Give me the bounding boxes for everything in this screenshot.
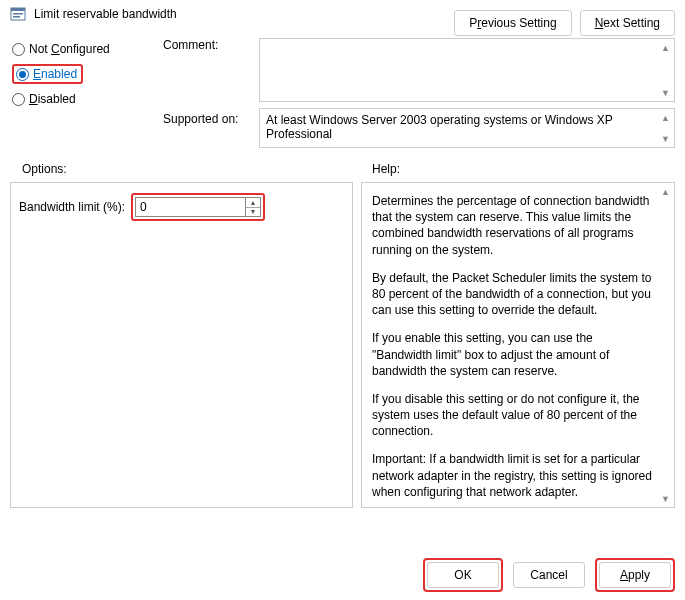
- help-text: Determines the percentage of connection …: [362, 183, 674, 507]
- policy-icon: [10, 6, 26, 22]
- help-section-label: Help:: [372, 162, 400, 176]
- radio-enabled[interactable]: Enabled: [12, 64, 83, 84]
- apply-button[interactable]: Apply: [599, 562, 671, 588]
- bandwidth-limit-input[interactable]: [135, 197, 245, 217]
- options-section-label: Options:: [22, 162, 372, 176]
- apply-button-highlight: Apply: [595, 558, 675, 592]
- bandwidth-limit-highlight: ▲ ▼: [131, 193, 265, 221]
- comment-label: Comment:: [163, 38, 253, 52]
- radio-disabled[interactable]: Disabled: [12, 88, 157, 110]
- help-pane: Determines the percentage of connection …: [361, 182, 675, 508]
- scroll-up-icon[interactable]: ▲: [657, 39, 674, 56]
- dialog-footer: OK Cancel Apply: [423, 558, 675, 592]
- svg-rect-2: [13, 13, 23, 15]
- previous-setting-button[interactable]: Previous Setting: [454, 10, 571, 36]
- scroll-down-icon[interactable]: ▼: [657, 490, 674, 507]
- ok-button[interactable]: OK: [427, 562, 499, 588]
- window-title: Limit reservable bandwidth: [34, 7, 177, 21]
- spinner-buttons: ▲ ▼: [245, 197, 261, 217]
- scroll-down-icon[interactable]: ▼: [657, 130, 674, 147]
- supported-on-box: At least Windows Server 2003 operating s…: [259, 108, 675, 148]
- comment-textarea[interactable]: ▲ ▼: [259, 38, 675, 102]
- policy-dialog: Limit reservable bandwidth Previous Sett…: [0, 0, 685, 600]
- next-setting-button[interactable]: Next Setting: [580, 10, 675, 36]
- svg-rect-1: [11, 8, 25, 11]
- ok-button-highlight: OK: [423, 558, 503, 592]
- svg-rect-3: [13, 16, 20, 18]
- options-pane: Bandwidth limit (%): ▲ ▼: [10, 182, 353, 508]
- radio-not-configured[interactable]: Not Configured: [12, 38, 157, 60]
- radio-icon: [12, 43, 25, 56]
- radio-icon: [12, 93, 25, 106]
- supported-on-text: At least Windows Server 2003 operating s…: [260, 109, 674, 145]
- scroll-up-icon[interactable]: ▲: [657, 109, 674, 126]
- scroll-up-icon[interactable]: ▲: [657, 183, 674, 200]
- bandwidth-limit-label: Bandwidth limit (%):: [19, 200, 125, 214]
- spinner-up-icon[interactable]: ▲: [246, 198, 260, 208]
- supported-on-label: Supported on:: [163, 108, 253, 126]
- scroll-down-icon[interactable]: ▼: [657, 84, 674, 101]
- nav-buttons: Previous Setting Next Setting: [454, 10, 675, 36]
- spinner-down-icon[interactable]: ▼: [246, 208, 260, 217]
- radio-icon: [16, 68, 29, 81]
- cancel-button[interactable]: Cancel: [513, 562, 585, 588]
